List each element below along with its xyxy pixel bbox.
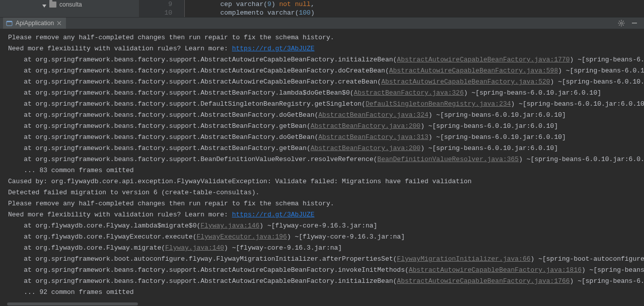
external-link[interactable]: https://rd.gt/3AbJUZE xyxy=(232,211,315,218)
gear-icon[interactable] xyxy=(618,20,625,27)
svg-line-10 xyxy=(623,21,624,22)
console-text: ... 92 common frames omitted xyxy=(8,288,134,296)
console-header: ApiApplication xyxy=(0,17,644,29)
console-line: Need more flexibility with validation ru… xyxy=(8,43,644,54)
source-link[interactable]: DefaultSingletonBeanRegistry.java:234 xyxy=(366,100,511,108)
run-tab[interactable]: ApiApplication xyxy=(3,18,66,29)
console-text: ) ~[flyway-core-9.16.3.jar:na] xyxy=(287,233,405,241)
console-line: at org.springframework.beans.factory.sup… xyxy=(8,121,644,132)
console-text: ) ~[spring-beans-6.0.10.jar:6.0.10] xyxy=(428,133,566,141)
source-link[interactable]: AbstractBeanFactory.java:324 xyxy=(318,111,428,119)
console-text: at org.springframework.beans.factory.sup… xyxy=(8,56,397,63)
console-line: Detected failed migration to version 6 (… xyxy=(8,187,644,198)
code-text: complemento varchar(100) xyxy=(189,9,315,17)
console-text: ) ~[spring-beans-6.0.10.jar:6.0.10] xyxy=(511,100,644,108)
console-output[interactable]: Please remove any half-completed changes… xyxy=(0,29,644,302)
source-link[interactable]: AbstractAutowireCapableBeanFactory.java:… xyxy=(409,266,582,274)
console-text: at org.springframework.beans.factory.sup… xyxy=(8,78,381,86)
console-text: at org.springframework.beans.factory.sup… xyxy=(8,100,366,108)
console-text: at org.springframework.beans.factory.sup… xyxy=(8,111,318,119)
project-tree[interactable]: consulta xyxy=(0,0,139,17)
svg-rect-2 xyxy=(7,21,12,22)
console-line: at org.springframework.beans.factory.sup… xyxy=(8,132,644,143)
console-line: at org.springframework.beans.factory.sup… xyxy=(8,76,644,88)
console-text: ) ~[spring-beans-6.0.10.jar:6.0.10] xyxy=(464,89,601,97)
source-link[interactable]: Flyway.java:146 xyxy=(200,222,259,230)
console-line: at org.springframework.beans.factory.sup… xyxy=(8,99,644,110)
tree-row-consulta[interactable]: consulta xyxy=(0,0,139,9)
external-link[interactable]: https://rd.gt/3AbJUZE xyxy=(232,45,315,52)
console-text: ) ~[spring-beans-6.0.10.jar:6.0.10] xyxy=(550,78,644,86)
source-link[interactable]: AbstractBeanFactory.java:326 xyxy=(354,89,464,97)
console-text: at org.springframework.beans.factory.sup… xyxy=(8,133,318,141)
svg-marker-0 xyxy=(42,5,46,8)
minimize-icon[interactable] xyxy=(631,20,638,27)
console-line: Caused by: org.flywaydb.core.api.excepti… xyxy=(8,176,644,187)
console-line: at org.springframework.beans.factory.sup… xyxy=(8,276,644,287)
console-line: Please remove any half-completed changes… xyxy=(8,198,644,209)
console-text: Caused by: org.flywaydb.core.api.excepti… xyxy=(8,178,472,185)
console-line: at org.springframework.boot.autoconfigur… xyxy=(8,254,644,265)
console-line: at org.flywaydb.core.Flyway.migrate(Flyw… xyxy=(8,243,644,254)
console-text: ) ~[flyway-core-9.16.3.jar:na] xyxy=(259,222,377,230)
console-text: ) ~[spring-beans-6.0.10.jar:6.0.10] xyxy=(570,277,644,285)
source-link[interactable]: AbstractBeanFactory.java:200 xyxy=(311,122,420,130)
source-link[interactable]: FlywayExecutor.java:196 xyxy=(196,233,287,241)
line-number: 9 xyxy=(139,0,185,9)
folder-icon xyxy=(49,2,56,8)
line-number: 10 xyxy=(139,9,185,17)
svg-line-11 xyxy=(619,25,620,26)
console-text: ) ~[spring-boot-autoconfigure-3.1.1.jar:… xyxy=(531,255,644,263)
console-line: at org.springframework.beans.factory.sup… xyxy=(8,88,644,99)
console-text: ) ~[spring-beans-6.0.10.jar:6.0.10] xyxy=(428,111,566,119)
code-editor[interactable]: 9 cep varchar(9) not null,10 complemento… xyxy=(139,0,644,17)
console-line: at org.springframework.beans.factory.sup… xyxy=(8,65,644,76)
console-text: ) ~[spring-beans-6.0.10.jar:6.0.10] xyxy=(420,144,558,152)
console-text: at org.springframework.boot.autoconfigur… xyxy=(8,255,397,263)
source-link[interactable]: AbstractAutowireCapableBeanFactory.java:… xyxy=(389,67,558,74)
console-line: Please remove any half-completed changes… xyxy=(8,32,644,43)
console-text: Need more flexibility with validation ru… xyxy=(8,211,232,218)
console-line: at org.springframework.beans.factory.sup… xyxy=(8,54,644,65)
console-text: ) ~[spring-beans-6.0.10.jar:6.0.10] xyxy=(570,56,644,63)
console-line: Need more flexibility with validation ru… xyxy=(8,209,644,220)
code-line[interactable]: 10 complemento varchar(100) xyxy=(139,9,644,17)
console-text: at org.springframework.beans.factory.sup… xyxy=(8,89,354,97)
console-text: at org.springframework.beans.factory.sup… xyxy=(8,156,377,163)
console-text: ... 83 common frames omitted xyxy=(8,167,134,174)
console-text: Please remove any half-completed changes… xyxy=(8,34,334,41)
source-link[interactable]: BeanDefinitionValueResolver.java:365 xyxy=(377,156,519,163)
console-text: at org.springframework.beans.factory.sup… xyxy=(8,277,397,285)
horizontal-scrollbar[interactable] xyxy=(0,302,644,306)
svg-rect-12 xyxy=(632,23,637,24)
console-line: ... 92 common frames omitted xyxy=(8,287,644,298)
source-link[interactable]: Flyway.java:140 xyxy=(165,244,224,252)
source-link[interactable]: AbstractBeanFactory.java:200 xyxy=(311,144,420,152)
console-line: at org.springframework.beans.factory.sup… xyxy=(8,265,644,276)
source-link[interactable]: AbstractAutowireCapableBeanFactory.java:… xyxy=(397,56,569,63)
close-icon[interactable] xyxy=(57,21,62,26)
console-text: ) ~[spring-beans-6.0.10.jar:6.0.10] xyxy=(582,266,644,274)
console-line: ... 83 common frames omitted xyxy=(8,165,644,176)
console-text: at org.flywaydb.core.Flyway.migrate( xyxy=(8,244,165,252)
tree-item-label: consulta xyxy=(59,1,82,8)
console-line: at org.springframework.beans.factory.sup… xyxy=(8,143,644,154)
console-text: at org.springframework.beans.factory.sup… xyxy=(8,122,311,130)
console-line: at org.springframework.beans.factory.sup… xyxy=(8,154,644,165)
source-link[interactable]: AbstractAutowireCapableBeanFactory.java:… xyxy=(381,78,550,86)
source-link[interactable]: AbstractBeanFactory.java:313 xyxy=(318,133,428,141)
run-tab-title: ApiApplication xyxy=(16,20,54,27)
chevron-down-icon xyxy=(42,3,46,7)
console-text: ) ~[flyway-core-9.16.3.jar:na] xyxy=(224,244,342,252)
source-link[interactable]: AbstractAutowireCapableBeanFactory.java:… xyxy=(397,277,569,285)
source-link[interactable]: FlywayMigrationInitializer.java:66 xyxy=(397,255,530,263)
run-config-icon xyxy=(6,20,13,27)
console-text: at org.springframework.beans.factory.sup… xyxy=(8,144,311,152)
console-text: ) ~[spring-beans-6.0.10.jar:6.0.10] xyxy=(519,156,644,163)
console-text: Detected failed migration to version 6 (… xyxy=(8,189,259,196)
console-text: at org.flywaydb.core.FlywayExecutor.exec… xyxy=(8,233,196,241)
console-line: at org.flywaydb.core.FlywayExecutor.exec… xyxy=(8,232,644,243)
code-line[interactable]: 9 cep varchar(9) not null, xyxy=(139,0,644,9)
code-text: cep varchar(9) not null, xyxy=(189,0,315,9)
console-text: at org.springframework.beans.factory.sup… xyxy=(8,266,409,274)
